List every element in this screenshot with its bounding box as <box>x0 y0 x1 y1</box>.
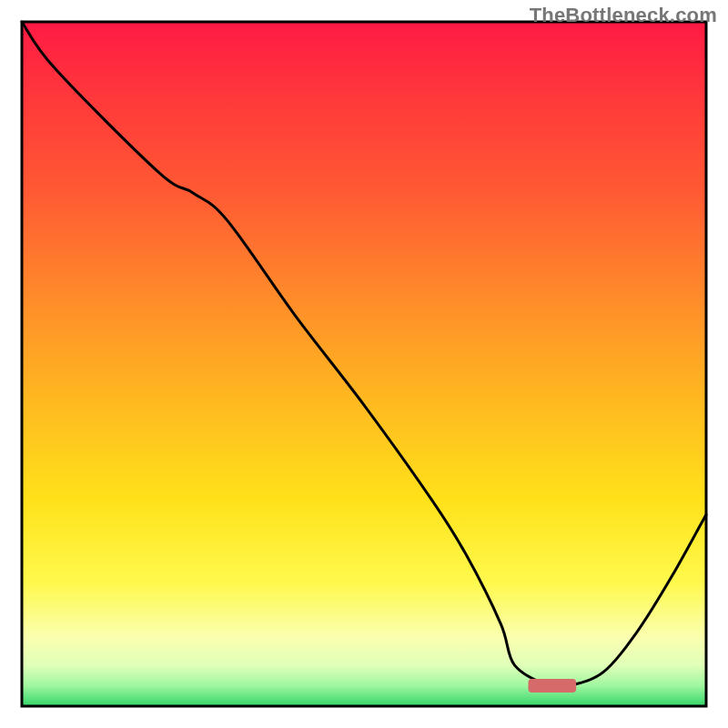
chart-svg <box>0 0 728 728</box>
bottleneck-chart: TheBottleneck.com <box>0 0 728 728</box>
plot-background <box>22 22 706 706</box>
optimal-range-marker <box>528 679 576 693</box>
watermark-text: TheBottleneck.com <box>530 4 717 27</box>
